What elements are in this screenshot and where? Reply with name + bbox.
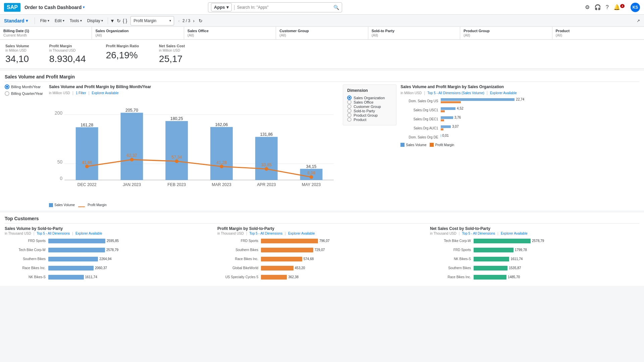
svg-point-34: [310, 175, 313, 179]
prev-page-button[interactable]: ‹: [177, 17, 181, 24]
right-bar-row: Dom. Sales Org US 22,74: [400, 97, 639, 105]
legend-profit-margin: Profit Margin: [78, 203, 107, 207]
filter-link[interactable]: 1 Filter: [76, 91, 86, 95]
svg-text:34,15: 34,15: [306, 164, 317, 169]
filter-item[interactable]: Billing Date (1)Current Month: [0, 27, 92, 39]
customer-chart: Profit Margin by Sold-to-Party in Thousa…: [217, 226, 427, 283]
next-page-button[interactable]: ›: [192, 17, 196, 24]
svg-text:131,86: 131,86: [260, 132, 273, 137]
section2-title: Top Customers: [5, 216, 639, 224]
right-legend-sales: Sales Volume: [400, 143, 426, 147]
app-title: Order to Cash Dashboard ▾: [24, 5, 85, 10]
edit-menu[interactable]: Edit ▾: [52, 17, 67, 24]
svg-text:41,66: 41,66: [82, 160, 92, 165]
customer-bar-row: Race Bikes Inc. 1485,70: [430, 274, 639, 281]
display-menu[interactable]: Display ▾: [85, 17, 106, 24]
sap-logo: SAP: [4, 3, 20, 12]
dimension-option[interactable]: Sales Office: [347, 100, 392, 104]
customer-bar-row: FRD Sports 1799,78: [430, 246, 639, 254]
dimension-option[interactable]: Sold-to Party: [347, 109, 392, 113]
right-bar-row: Sales.Org AUC1 3,07: [400, 124, 639, 132]
kpi-item: Profit Margin Ratio26,19%: [106, 44, 139, 64]
svg-text:JAN 2023: JAN 2023: [123, 182, 141, 187]
filter-item[interactable]: Customer Group(All): [276, 27, 368, 39]
standard-label[interactable]: Standard ▾: [4, 18, 28, 23]
top-right-icons: ⚙ 🎧 ? 🔔 4 KS: [585, 3, 640, 12]
headset-icon[interactable]: 🎧: [594, 4, 601, 10]
customer-bar-row: FRD Sports 2595,85: [5, 237, 214, 245]
main-chart-title: Sales Volume and Profit Margin by Billin…: [49, 84, 151, 89]
filter-item[interactable]: Sales Organization(All): [92, 27, 184, 39]
view-selector[interactable]: Profit Margin ▾: [130, 16, 174, 25]
svg-text:33,85: 33,85: [261, 163, 272, 167]
svg-text:8,98: 8,98: [307, 171, 315, 175]
kpi-item: Sales Volumein Million USD34,10: [5, 44, 29, 64]
dimension-option[interactable]: Sales Organization: [347, 96, 392, 100]
filter-item[interactable]: Sold-to Party(All): [368, 27, 460, 39]
refresh-page-icon[interactable]: ↻: [199, 18, 203, 23]
filter-item[interactable]: Product Group(All): [460, 27, 552, 39]
section-top-customers: Top Customers Sales Volume by Sold-to-Pa…: [0, 213, 644, 286]
svg-text:161,28: 161,28: [80, 123, 93, 127]
explorer-link[interactable]: Explorer Available: [92, 91, 119, 95]
customer-bar-row: NK Bikes-S 1611,74: [430, 255, 639, 263]
right-chart-meta: in Million USD | Top 5 - All Dimensions …: [400, 90, 639, 95]
svg-rect-18: [255, 137, 278, 180]
customer-chart: Sales Volume by Sold-to-Party in Thousan…: [5, 226, 214, 283]
svg-text:0: 0: [60, 176, 62, 181]
help-icon[interactable]: ?: [606, 4, 609, 10]
apps-button[interactable]: Apps ▾: [211, 3, 232, 11]
svg-rect-9: [121, 113, 143, 180]
export-icon[interactable]: ↗: [637, 18, 640, 23]
search-bar[interactable]: Apps ▾ | 🔍: [208, 2, 342, 12]
filter-item[interactable]: Product(All): [552, 27, 644, 39]
dimension-option[interactable]: Customer Group: [347, 104, 392, 109]
customer-bar-row: Southern Bikes 2264,94: [5, 255, 214, 263]
customer-bar-row: Race Bikes Inc. 2060,37: [5, 264, 214, 272]
customer-bar-row: FRD Sports 796,07: [217, 237, 427, 245]
dimension-option[interactable]: Product: [347, 117, 392, 122]
right-chart-bars: Dom. Sales Org US 22,74 Sales.Org USC1 4…: [400, 97, 639, 141]
svg-text:57,34: 57,34: [171, 155, 182, 160]
svg-rect-15: [210, 127, 233, 180]
customer-bars: FRD Sports 796,07 Southern Bikes 729,07 …: [217, 237, 427, 281]
tools-menu[interactable]: Tools ▾: [67, 17, 85, 24]
svg-point-32: [265, 167, 268, 171]
billing-radio-group: Billing Month/YearBilling Quarter/Year: [5, 84, 43, 207]
refresh-icon[interactable]: ↻: [117, 18, 121, 23]
search-icon[interactable]: 🔍: [333, 5, 339, 10]
billing-radio-item[interactable]: Billing Quarter/Year: [5, 91, 43, 96]
secondary-toolbar: Standard ▾ File ▾ Edit ▾ Tools ▾ Display…: [0, 15, 644, 27]
svg-text:DEC 2022: DEC 2022: [77, 182, 97, 187]
right-chart-header: Sales Volume and Profit Margin by Sales …: [400, 84, 639, 89]
dimension-option[interactable]: Product Group: [347, 113, 392, 117]
page-nav: ‹ 2 / 3 › ↻: [177, 17, 203, 24]
section-sales-volume: Sales Volume and Profit Margin Billing M…: [0, 71, 644, 210]
svg-text:205,70: 205,70: [125, 108, 138, 113]
main-chart-meta: in Million USD | 1 Filter | Explorer Ava…: [49, 90, 339, 95]
customer-bar-row: Tech Bike Corp-W 2578,79: [430, 237, 639, 245]
main-chart-legend: Sales Volume Profit Margin: [49, 203, 339, 207]
file-menu[interactable]: File ▾: [38, 17, 52, 24]
section1-title: Sales Volume and Profit Margin: [5, 74, 639, 82]
filter-icon[interactable]: ▼: [110, 18, 115, 23]
app-title-arrow[interactable]: ▾: [83, 5, 85, 9]
svg-text:MAR 2023: MAR 2023: [212, 182, 231, 187]
main-chart-header: Sales Volume and Profit Margin by Billin…: [49, 84, 339, 89]
svg-point-28: [175, 160, 178, 163]
svg-text:200: 200: [55, 110, 62, 116]
avatar[interactable]: KS: [631, 3, 640, 12]
code-icon[interactable]: { }: [123, 18, 127, 23]
svg-rect-6: [76, 127, 98, 180]
right-explorer-link[interactable]: Explorer Available: [490, 91, 517, 95]
notification-icon[interactable]: 🔔 4: [613, 4, 626, 10]
billing-radio-item[interactable]: Billing Month/Year: [5, 84, 43, 89]
settings-icon[interactable]: ⚙: [585, 4, 590, 10]
svg-rect-12: [165, 121, 188, 180]
svg-point-24: [85, 165, 89, 168]
top-bar: SAP Order to Cash Dashboard ▾ Apps ▾ | 🔍…: [0, 0, 644, 15]
right-chart-legend: Sales Volume Profit Margin: [400, 143, 639, 147]
search-input[interactable]: [237, 5, 333, 10]
right-top5-link[interactable]: Top 5 - All Dimensions (Sales Volume): [427, 91, 484, 95]
filter-item[interactable]: Sales Office(All): [184, 27, 276, 39]
